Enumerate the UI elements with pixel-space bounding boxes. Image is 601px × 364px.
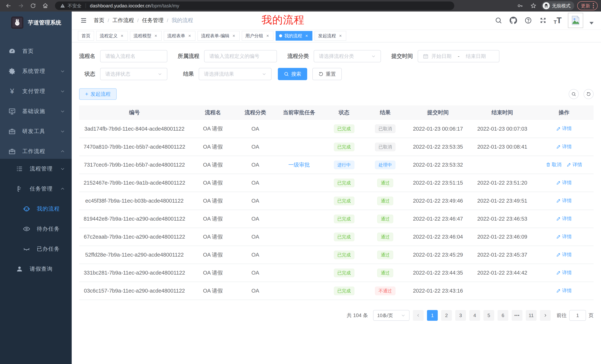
page-size-select[interactable]: 10条/页 (373, 310, 410, 321)
security-warning[interactable]: 不安全 (68, 3, 81, 9)
more-pages-icon[interactable]: ••• (512, 310, 522, 321)
table-row[interactable]: 819442e8-7b9a-11ec-a290-acde48001122 OA … (79, 210, 594, 228)
sidebar-item-my-process[interactable]: 我的流程 (0, 199, 72, 219)
process-name-input[interactable]: 请输入流程名 (100, 50, 167, 62)
url-path: /bpm/task/my (151, 3, 180, 9)
password-key-icon[interactable] (515, 1, 525, 10)
status-select[interactable]: 请选择状态 (100, 68, 167, 80)
breadcrumb-task-mgmt[interactable]: 任务管理 (142, 17, 163, 24)
prev-page-button[interactable] (413, 310, 424, 321)
detail-link[interactable]: 详情 (556, 269, 572, 276)
result-badge: 通过 (377, 269, 393, 277)
tab-item-7[interactable]: 发起流程× (315, 31, 346, 41)
table-search-toggle-button[interactable] (569, 89, 579, 99)
page-button-1[interactable]: 1 (427, 310, 438, 321)
page-button-2[interactable]: 2 (441, 310, 452, 321)
close-tab-icon[interactable]: × (265, 33, 270, 38)
fullscreen-icon[interactable] (539, 16, 547, 25)
table-row[interactable]: 67c2eaab-7b9a-11ec-a290-acde48001122 OA … (79, 228, 594, 246)
tab-item-2[interactable]: 流程模型× (130, 31, 161, 41)
tab-item-1[interactable]: 流程定义× (96, 31, 128, 41)
browser-back-icon[interactable] (3, 1, 14, 10)
avatar[interactable] (568, 13, 583, 28)
detail-link[interactable]: 详情 (556, 251, 572, 258)
table-row[interactable]: 03c6c157-7b9a-11ec-a290-acde48001122 OA … (79, 282, 594, 300)
detail-link[interactable]: 详情 (556, 197, 572, 204)
tab-home[interactable]: 首页 (78, 31, 94, 41)
detail-link[interactable]: 详情 (556, 144, 572, 150)
cancel-link[interactable]: 取消 (546, 161, 561, 168)
next-page-button[interactable] (540, 310, 551, 321)
goto-page-input[interactable]: 1 (569, 310, 586, 321)
table-row[interactable]: 331bc281-7b9a-11ec-a290-acde48001122 OA … (79, 264, 594, 282)
tab-item-5[interactable]: 用户分组× (242, 31, 273, 41)
detail-link[interactable]: 详情 (567, 161, 582, 168)
parent-process-input[interactable]: 请输入流程定义的编号 (204, 50, 277, 62)
table-row[interactable]: 7470a810-7b9b-11ec-b5b7-acde48001122 OA … (79, 138, 594, 156)
close-tab-icon[interactable]: × (304, 33, 309, 38)
address-bar[interactable]: 不安全 dashboard.yudao.iocoder.cn/bpm/task/… (55, 1, 454, 10)
font-size-icon[interactable]: TT (554, 16, 562, 25)
reset-button[interactable]: 重置 (312, 68, 342, 80)
help-icon[interactable] (524, 16, 532, 25)
create-process-button[interactable]: + 发起流程 (79, 88, 117, 100)
result-select[interactable]: 请选择流结果 (199, 68, 271, 80)
tab-item-4[interactable]: 流程表单-编辑× (198, 31, 240, 41)
close-tab-icon[interactable]: × (187, 33, 192, 38)
detail-link[interactable]: 详情 (556, 233, 572, 240)
cell-end-time: 2022-01-23 00:08:41 (470, 138, 534, 156)
sidebar-item-payment[interactable]: ¥ 支付管理 (0, 81, 72, 101)
table-row[interactable]: 2152467e-7b9b-11ec-9a1b-acde48001122 OA … (79, 174, 594, 192)
sidebar-fold-icon[interactable] (79, 16, 88, 25)
sidebar-item-infra[interactable]: 基础设施 (0, 101, 72, 121)
table-row[interactable]: ec45f38f-7b9a-11ec-b03b-acde48001122 OA … (79, 192, 594, 210)
table-row[interactable]: 3ad174fb-7b9d-11ec-8404-acde48001122 OA … (79, 120, 594, 138)
close-tab-icon[interactable]: × (232, 33, 236, 38)
sidebar-item-todo-tasks[interactable]: 待办任务 (0, 219, 72, 239)
bookmark-star-icon[interactable] (528, 1, 539, 10)
search-button[interactable]: 搜索 (278, 68, 307, 80)
browser-home-icon[interactable] (40, 1, 50, 10)
sidebar-item-leave-query[interactable]: 请假查询 (0, 259, 72, 279)
status-label: 状态 (84, 70, 95, 78)
page-button-4[interactable]: 4 (469, 310, 480, 321)
breadcrumb-home[interactable]: 首页 (94, 17, 104, 24)
app-logo-row[interactable]: 芋道管理系统 (0, 11, 72, 34)
detail-link[interactable]: 详情 (556, 287, 572, 294)
avatar-caret-icon[interactable] (590, 22, 594, 25)
sidebar-item-devtools[interactable]: 研发工具 (0, 121, 72, 141)
tab-item-3[interactable]: 流程表单× (164, 31, 195, 41)
category-select[interactable]: 请选择流程分类 (314, 50, 381, 62)
col-result: 结果 (365, 105, 406, 120)
table-row[interactable]: 52ffd28e-7b9a-11ec-a290-acde48001122 OA … (79, 246, 594, 264)
sidebar-item-task-mgmt[interactable]: 任务管理 (0, 179, 72, 199)
browser-reload-icon[interactable] (28, 1, 38, 10)
toolbox-icon (8, 127, 16, 135)
submit-time-range-input[interactable]: 开始日期 - 结束日期 (418, 50, 499, 62)
browser-menu-icon[interactable] (593, 3, 594, 8)
sidebar-item-process-mgmt[interactable]: 流程管理 (0, 159, 72, 179)
detail-link[interactable]: 详情 (556, 215, 572, 222)
table-row[interactable]: 7317cec6-7b9b-11ec-b5b7-acde48001122 OA … (79, 156, 594, 174)
breadcrumb-workflow[interactable]: 工作流程 (112, 17, 134, 24)
sidebar-item-system[interactable]: 系统管理 (0, 61, 72, 81)
sidebar-item-home[interactable]: 首页 (0, 41, 72, 61)
page-button-11[interactable]: 11 (526, 310, 537, 321)
page-button-6[interactable]: 6 (498, 310, 508, 321)
page-button-5[interactable]: 5 (483, 310, 494, 321)
browser-forward-icon[interactable] (16, 1, 26, 10)
close-tab-icon[interactable]: × (338, 33, 343, 38)
browser-update-button[interactable]: 更新 (577, 1, 598, 10)
detail-link[interactable]: 详情 (556, 125, 572, 132)
page-button-3[interactable]: 3 (455, 310, 466, 321)
tab-item-6[interactable]: 我的流程× (276, 31, 312, 41)
search-icon[interactable] (494, 16, 503, 25)
sidebar-item-workflow[interactable]: 工作流程 (0, 141, 72, 161)
current-task-link[interactable]: 一级审批 (288, 162, 310, 168)
github-icon[interactable] (509, 16, 518, 25)
sidebar-item-done-tasks[interactable]: 已办任务 (0, 239, 72, 259)
table-refresh-button[interactable] (583, 89, 594, 99)
detail-link[interactable]: 详情 (556, 179, 572, 186)
close-tab-icon[interactable]: × (120, 33, 124, 38)
close-tab-icon[interactable]: × (154, 33, 158, 38)
